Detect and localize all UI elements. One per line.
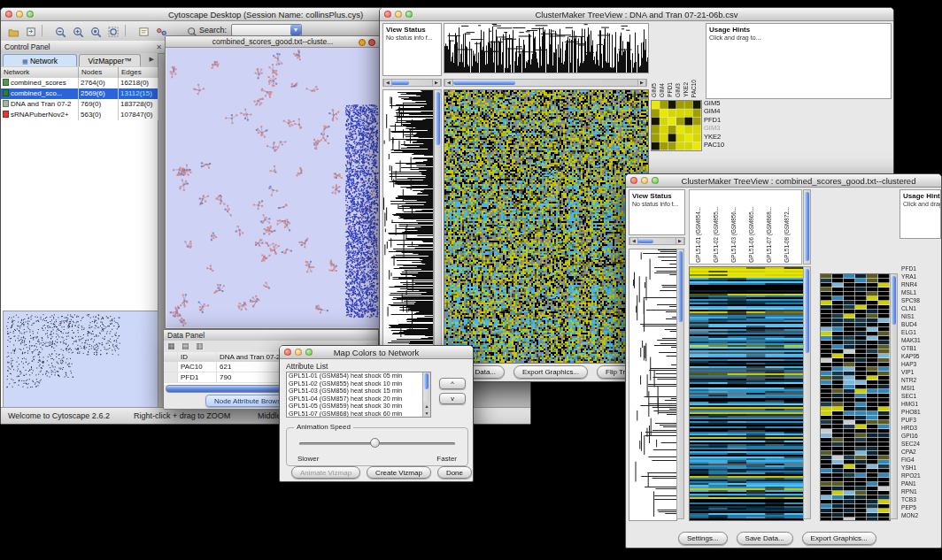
tv2-heatmap-scrollbar[interactable] (803, 266, 811, 519)
treeview-action-button[interactable]: Settings... (678, 532, 728, 545)
gene-label: PUF3 (901, 416, 940, 424)
attribute-item[interactable]: GPL51-02 (GSM855) heat shock 10 min (287, 380, 422, 388)
scroll-right-icon[interactable]: ▶ (432, 80, 441, 86)
close-button[interactable] (384, 11, 391, 18)
network-icon (3, 111, 9, 118)
minimize-button[interactable] (295, 349, 302, 356)
minimize-button[interactable] (395, 11, 402, 18)
speed-slider-thumb[interactable] (370, 438, 380, 448)
attribute-item[interactable]: GPL51-01 (GSM854) heat shock 05 min (287, 372, 422, 380)
column-dendrogram[interactable] (444, 23, 649, 73)
tab-network[interactable]: ▦ Network (3, 54, 77, 66)
dialog-action-button[interactable]: Create Vizmap (367, 466, 431, 479)
zoom-button[interactable] (305, 349, 313, 356)
attribute-item[interactable]: GPL51-07 (GSM868) heat shock 60 min (287, 410, 422, 418)
gene-label: HAP3 (901, 360, 940, 368)
network-overview-thumbnail[interactable] (3, 311, 158, 410)
zoom-selected-icon[interactable] (88, 24, 104, 40)
attribute-item[interactable]: GPL51-04 (GSM857) heat shock 20 min (287, 395, 422, 403)
rotated-gene-label: GIM5 (651, 83, 657, 97)
network-row[interactable]: sRNAPuberNov2+ 563(0) 107847(0) (1, 110, 158, 120)
scroll-right-icon[interactable]: ▶ (637, 80, 646, 86)
listbox-scrollbar[interactable]: ▲ ▼ (422, 372, 430, 417)
attribute-list-label: Attribute List (286, 362, 328, 371)
row-dendrogram[interactable] (382, 89, 434, 364)
gene-label: YSH1 (901, 464, 940, 472)
col-nodes[interactable]: Nodes (79, 67, 119, 78)
treeview1-titlebar[interactable]: ClusterMaker TreeView : DNA and Tran 07-… (380, 8, 893, 21)
usage-hints-panel: Usage Hints Click and drag t... (900, 189, 941, 239)
annotation-icon[interactable] (135, 24, 152, 40)
attribute-item[interactable]: GPL51-05 (GSM859) heat shock 30 min (287, 403, 422, 410)
tv2-mini-hscrollbar[interactable]: ◀ ▶ (629, 237, 685, 245)
search-dropdown-icon[interactable]: ▼ (290, 25, 301, 35)
network-tab-icon: ▦ (22, 58, 28, 65)
control-panel-close-icon[interactable]: ✕ (156, 43, 162, 51)
treeview-action-button[interactable]: Export Graphics... (513, 365, 588, 379)
row-dendrogram[interactable] (629, 249, 677, 521)
tv1-col-scrollbar[interactable]: ◀ ▶ (444, 79, 647, 87)
tv2-row-scrollbar[interactable] (676, 249, 684, 519)
zoom-button[interactable] (652, 177, 659, 184)
tv1-mini-hscrollbar[interactable]: ◀ ▶ (382, 79, 442, 87)
scroll-up-icon[interactable]: ▲ (423, 403, 430, 410)
attribute-listbox[interactable]: GPL51-01 (GSM854) heat shock 05 minGPL51… (286, 372, 431, 418)
attribute-item[interactable]: GPL51-03 (GSM856) heat shock 15 min (287, 387, 422, 395)
network-list: combined_scores 2764(0) 16218(0) combine… (1, 78, 158, 120)
gene-label: PAN1 (901, 479, 940, 487)
treeview-action-button[interactable]: Export Graphics... (802, 532, 876, 545)
col-network[interactable]: Network (1, 67, 79, 78)
zoom-button[interactable] (27, 11, 34, 18)
heatmap-main[interactable] (689, 266, 804, 521)
frame-close-icon[interactable] (368, 39, 375, 46)
dialog-titlebar[interactable]: Map Colors to Network (280, 346, 473, 359)
close-button[interactable] (5, 11, 12, 18)
close-button[interactable] (630, 177, 637, 184)
treeview-action-button[interactable]: Save Data... (737, 532, 793, 545)
minimize-button[interactable] (16, 11, 23, 18)
correlation-matrix[interactable] (651, 100, 702, 151)
close-button[interactable] (284, 349, 291, 356)
gene-label: GIM4 (704, 107, 739, 115)
scroll-right-icon[interactable]: ▶ (676, 238, 684, 244)
scroll-left-icon[interactable]: ◀ (444, 80, 453, 86)
minimize-button[interactable] (641, 177, 648, 184)
move-down-button[interactable]: v (439, 393, 466, 404)
frame-minimize-icon[interactable] (359, 39, 366, 46)
table-remove-icon[interactable]: ▥ (196, 341, 204, 350)
network-row[interactable]: DNA and Tran 07-2 769(0) 183728(0) (1, 99, 158, 110)
heatmap-main[interactable] (444, 89, 649, 364)
dialog-buttons: Animate VizmapCreate VizmapDone (291, 466, 472, 479)
network-canvas[interactable] (166, 48, 379, 327)
rotated-gene-label: GIM3 (675, 83, 681, 97)
dialog-action-button[interactable]: Animate Vizmap (291, 466, 360, 479)
zoom-out-icon[interactable] (52, 24, 69, 40)
network-row[interactable]: combined_scores 2764(0) 16218(0) (1, 78, 158, 88)
search-input[interactable]: ▼ (231, 24, 302, 36)
zoom-in-icon[interactable] (70, 24, 87, 40)
move-up-button[interactable]: ^ (439, 378, 466, 389)
heatmap-selection[interactable] (820, 273, 891, 521)
tv1-row-scrollbar[interactable] (434, 89, 442, 362)
import-icon[interactable] (23, 24, 40, 40)
tv2-selection-scrollbar[interactable] (890, 273, 898, 519)
zoom-button[interactable] (405, 11, 413, 18)
col-id[interactable]: ID (178, 352, 217, 362)
scroll-down-icon[interactable]: ▼ (423, 410, 430, 417)
animation-speed-group: Animation Speed Slower Faster (286, 427, 468, 466)
zoom-fit-icon[interactable] (105, 24, 122, 40)
network-view-titlebar[interactable]: combined_scores_good.txt--cluste... (166, 36, 380, 48)
dialog-action-button[interactable]: Done (437, 466, 472, 479)
table-icon[interactable]: ▦ (167, 341, 175, 350)
open-folder-icon[interactable] (5, 24, 22, 40)
usage-hints-text: Click and drag t... (903, 201, 938, 207)
col-edges[interactable]: Edges (119, 67, 158, 78)
treeview2-titlebar[interactable]: ClusterMaker TreeView : combined_scores_… (626, 174, 941, 188)
tab-vizmapper[interactable]: VizMapper™ (79, 54, 141, 66)
table-add-icon[interactable]: ▤ (181, 341, 189, 350)
tab-overflow-icon[interactable]: ▶ (150, 56, 154, 63)
network-row[interactable]: combined_sco... 2569(6) 13112(15) (1, 88, 158, 99)
gene-label: GIM5 (704, 99, 739, 107)
tv2-collabel-scrollbar[interactable] (803, 189, 811, 265)
treeview1-buttons: Save Data...Export Graphics...Flip Tree … (448, 365, 655, 379)
